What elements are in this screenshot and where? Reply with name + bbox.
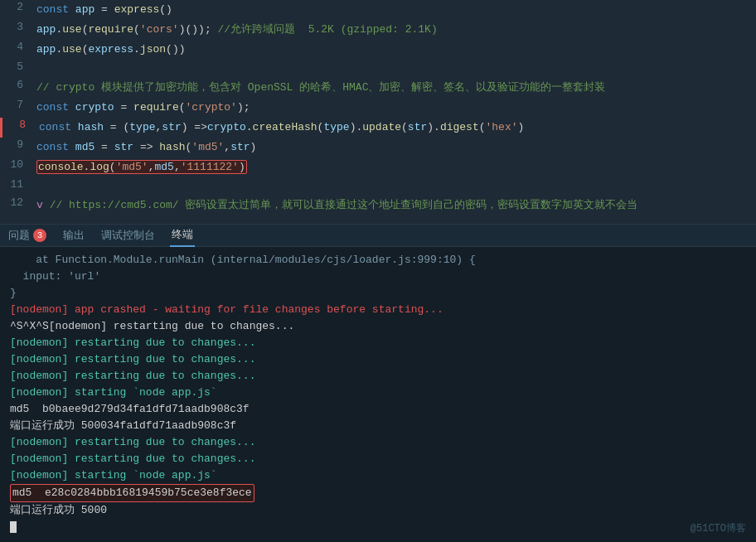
tab-output-label: 输出 — [63, 228, 85, 243]
line-num-12: 12 — [0, 196, 33, 209]
term-line-14: [nodemon] starting `node app.js` — [10, 467, 746, 484]
code-content-7: const crypto = require('crypto'); — [33, 99, 756, 117]
tab-problems[interactable]: 问题 3 — [7, 225, 48, 246]
problems-badge: 3 — [33, 229, 46, 242]
code-line-7: 7 const crypto = require('crypto'); — [0, 98, 756, 118]
code-content-2: const app = express() — [33, 1, 756, 19]
code-content-12: v // https://cmd5.com/ 密码设置太过简单，就可以直接通过这… — [33, 196, 756, 215]
term-highlight-md5: md5 e28c0284bbb16819459b75ce3e8f3ece — [10, 484, 254, 502]
code-content-9: const md5 = str => hash('md5',str) — [33, 138, 756, 157]
code-line-11: 11 — [0, 177, 756, 196]
code-line-8: 8 const hash = (type,str) =>crypto.creat… — [0, 118, 756, 138]
term-line-5: ^S^X^S[nodemon] restarting due to change… — [10, 318, 746, 335]
code-line-2: 2 const app = express() — [0, 0, 756, 20]
term-line-7: [nodemon] restarting due to changes... — [10, 351, 746, 368]
code-content-8: const hash = (type,str) =>crypto.createH… — [36, 119, 756, 137]
term-line-10: md5 b0baee9d279d34fa1dfd71aadb908c3f — [10, 401, 746, 418]
line-num-8: 8 — [2, 119, 36, 131]
code-line-6: 6 // crypto 模块提供了加密功能，包含对 OpenSSL 的哈希、HM… — [0, 78, 756, 98]
line-num-7: 7 — [0, 99, 33, 111]
code-content-10: console.log('md5',md5,'1111122') — [33, 158, 756, 177]
tab-problems-label: 问题 — [8, 228, 30, 243]
code-content-6: // crypto 模块提供了加密功能，包含对 OpenSSL 的哈希、HMAC… — [33, 79, 756, 97]
watermark: @51CTO博客 — [691, 521, 746, 535]
terminal-cursor — [10, 521, 17, 533]
code-line-5: 5 — [0, 60, 756, 78]
term-line-4: [nodemon] app crashed - waiting for file… — [10, 302, 746, 318]
tab-terminal[interactable]: 终端 — [170, 224, 195, 247]
term-line-6: [nodemon] restarting due to changes... — [10, 335, 746, 351]
tab-output[interactable]: 输出 — [61, 225, 86, 246]
term-line-12: [nodemon] restarting due to changes... — [10, 434, 746, 451]
line-num-5: 5 — [0, 60, 33, 73]
term-line-15: md5 e28c0284bbb16819459b75ce3e8f3ece — [10, 484, 746, 502]
term-line-2: input: 'url' — [10, 269, 746, 285]
term-line-3: } — [10, 285, 746, 302]
line-num-2: 2 — [0, 1, 33, 13]
line-num-11: 11 — [0, 178, 33, 191]
tab-terminal-label: 终端 — [172, 227, 193, 242]
tabs-bar: 问题 3 输出 调试控制台 终端 — [0, 224, 756, 247]
code-line-9: 9 const md5 = str => hash('md5',str) — [0, 138, 756, 157]
term-line-16: 端口运行成功 5000 — [10, 502, 746, 519]
term-cursor-line — [10, 519, 746, 535]
code-line-3: 3 app.use(require('cors')()); //允许跨域问题 5… — [0, 20, 756, 40]
tab-debug-console[interactable]: 调试控制台 — [99, 225, 157, 246]
code-content-3: app.use(require('cors')()); //允许跨域问题 5.2… — [33, 21, 756, 39]
term-line-1: at Function.Module.runMain (internal/mod… — [10, 252, 746, 269]
term-line-13: [nodemon] restarting due to changes... — [10, 451, 746, 467]
code-line-12: 12 v // https://cmd5.com/ 密码设置太过简单，就可以直接… — [0, 196, 756, 215]
tab-debug-label: 调试控制台 — [101, 228, 155, 243]
terminal-area: at Function.Module.runMain (internal/mod… — [0, 247, 756, 542]
code-content-4: app.use(express.json()) — [33, 41, 756, 59]
code-line-4: 4 app.use(express.json()) — [0, 40, 756, 60]
line-num-4: 4 — [0, 41, 33, 53]
term-line-8: [nodemon] restarting due to changes... — [10, 368, 746, 385]
line-num-6: 6 — [0, 79, 33, 91]
term-line-9: [nodemon] starting `node app.js` — [10, 385, 746, 401]
term-line-11: 端口运行成功 500034fa1dfd71aadb908c3f — [10, 418, 746, 434]
line-num-10: 10 — [0, 158, 33, 171]
line-num-3: 3 — [0, 21, 33, 33]
line-num-9: 9 — [0, 138, 33, 151]
code-line-10: 10 console.log('md5',md5,'1111122') — [0, 157, 756, 177]
editor-area: 2 const app = express() 3 app.use(requir… — [0, 0, 756, 224]
